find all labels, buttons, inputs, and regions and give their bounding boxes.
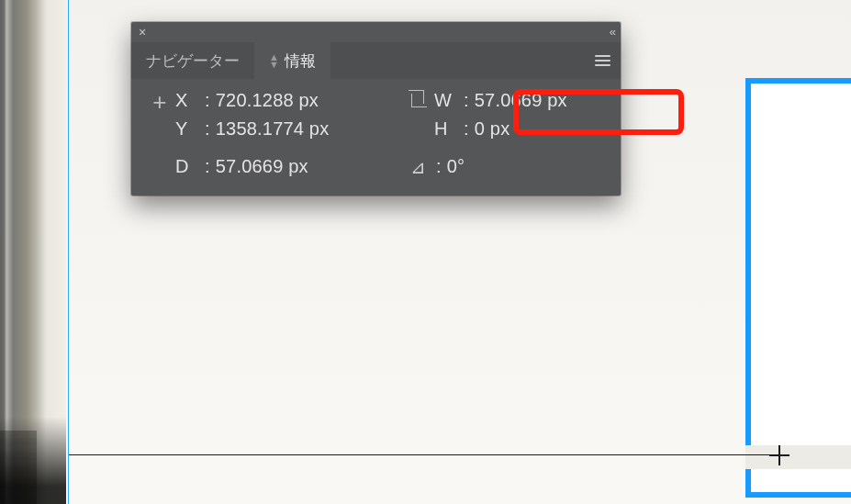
crosshair-icon: + — [152, 90, 166, 114]
info-w-value: 57.0669 px — [475, 90, 567, 111]
info-x-label: X — [175, 90, 203, 111]
tab-navigator[interactable]: ナビゲーター — [131, 42, 254, 79]
measure-endpoint-handle[interactable] — [769, 445, 789, 465]
panel-menu-button[interactable] — [584, 42, 621, 79]
info-y: Y: 1358.1774 px — [175, 118, 403, 140]
panel-close-button[interactable]: × — [139, 26, 146, 39]
info-h-label: H — [434, 118, 462, 140]
panel-tabbar: ナビゲーター ▲▼ 情報 — [131, 42, 621, 79]
info-d-value: 57.0669 px — [216, 156, 308, 177]
info-panel-body: + X: 720.1288 px Y: 1358.1774 px W: 5 — [131, 79, 621, 196]
info-y-label: Y — [175, 118, 203, 140]
info-x: X: 720.1288 px — [175, 90, 403, 111]
info-h: H: 0 px — [434, 118, 608, 140]
left-image-corner — [0, 431, 37, 504]
tab-label: ナビゲーター — [146, 50, 240, 72]
panel-titlebar[interactable]: × « — [131, 22, 621, 42]
canvas-background: × « ナビゲーター ▲▼ 情報 + X: 720.1288 px — [0, 0, 851, 504]
dimensions-icon — [411, 94, 427, 107]
info-h-value: 0 px — [475, 118, 510, 140]
panel-collapse-button[interactable]: « — [610, 25, 613, 39]
info-w-label: W — [434, 90, 462, 111]
tab-info[interactable]: ▲▼ 情報 — [254, 42, 330, 79]
angle-icon: ⊿ — [410, 158, 426, 176]
measure-line[interactable] — [69, 454, 784, 455]
info-d: D: 57.0669 px — [175, 156, 403, 177]
info-y-value: 1358.1774 px — [216, 118, 330, 140]
selection-guide-vertical — [68, 0, 69, 504]
info-panel[interactable]: × « ナビゲーター ▲▼ 情報 + X: 720.1288 px — [131, 22, 621, 196]
info-angle: : 0° — [434, 156, 608, 177]
info-x-value: 720.1288 px — [216, 90, 319, 111]
tab-sort-icon: ▲▼ — [269, 53, 279, 68]
left-image-edge — [0, 0, 66, 504]
info-w: W: 57.0669 px — [434, 90, 608, 111]
info-angle-value: 0° — [447, 156, 465, 177]
tabbar-spacer — [330, 42, 584, 79]
artboard-selection-frame[interactable] — [745, 78, 851, 498]
info-d-label: D — [175, 156, 203, 177]
tab-label: 情報 — [285, 50, 316, 72]
